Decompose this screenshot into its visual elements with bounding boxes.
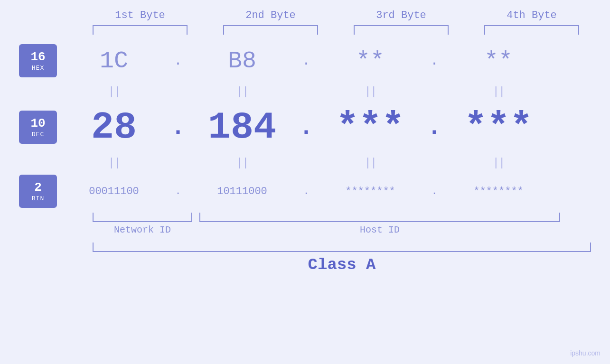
equals-row-1: || || || ||	[62, 82, 610, 101]
hex-base-label: HEX	[32, 65, 44, 72]
top-bracket-4	[484, 25, 579, 35]
eq2-b4: ||	[446, 157, 551, 169]
dec-base-label: DEC	[32, 131, 44, 138]
bin-b4: ********	[446, 186, 551, 197]
bin-badge-wrapper: 2 BIN	[19, 172, 62, 210]
rows-area: 1C . B8 . ** . **	[62, 39, 610, 210]
bottom-section: Network ID Host ID Class A	[0, 213, 610, 274]
bin-base-label: BIN	[32, 195, 44, 202]
dec-b1: 28	[62, 106, 166, 149]
top-bracket-3	[354, 25, 449, 35]
hex-badge: 16 HEX	[19, 44, 57, 77]
dec-dot-1: .	[166, 114, 190, 141]
top-bracket-2	[223, 25, 318, 35]
byte-headers: 1st Byte 2nd Byte 3rd Byte 4th Byte	[75, 9, 597, 21]
hex-row: 1C . B8 . ** . **	[62, 39, 610, 82]
bin-b2: 10111000	[190, 186, 294, 197]
bin-badge: 2 BIN	[19, 175, 57, 208]
hex-base-number: 16	[30, 50, 45, 65]
content-area: 16 HEX 10 DEC 2 BIN	[0, 39, 610, 210]
dec-dot-3: .	[422, 114, 446, 141]
hex-b4: **	[446, 47, 551, 75]
eq1-b3: ||	[318, 85, 422, 98]
full-bracket-row	[93, 243, 591, 252]
network-id-bracket	[93, 213, 192, 222]
dec-b4: ***	[446, 106, 551, 149]
eq1-b1: ||	[62, 85, 166, 98]
dec-base-number: 10	[30, 116, 45, 131]
class-label: Class A	[308, 256, 376, 274]
hex-dot-3: .	[422, 53, 446, 69]
bottom-labels-row: Network ID Host ID	[93, 224, 591, 235]
bottom-brackets-row	[93, 213, 591, 222]
eq2-b2: ||	[190, 157, 294, 169]
byte-header-4: 4th Byte	[479, 9, 584, 21]
dec-badge: 10 DEC	[19, 111, 57, 144]
bin-dot-2: .	[294, 186, 318, 197]
eq-spacer-1	[19, 82, 62, 101]
eq1-b4: ||	[446, 85, 551, 98]
byte-header-2: 2nd Byte	[218, 9, 323, 21]
watermark: ipshu.com	[570, 349, 601, 357]
bin-b3: ********	[318, 186, 422, 197]
dec-b2: 184	[190, 106, 294, 149]
class-label-row: Class A	[93, 256, 591, 274]
bin-base-number: 2	[34, 180, 42, 195]
class-bracket	[93, 243, 591, 252]
host-id-bracket	[199, 213, 560, 222]
eq1-b2: ||	[190, 85, 294, 98]
hex-b3: **	[318, 47, 422, 75]
byte-header-3: 3rd Byte	[349, 9, 453, 21]
dec-b3: ***	[318, 106, 422, 149]
eq2-b1: ||	[62, 157, 166, 169]
host-id-label: Host ID	[199, 224, 560, 235]
main-container: 1st Byte 2nd Byte 3rd Byte 4th Byte 16 H…	[0, 0, 610, 364]
equals-row-2: || || || ||	[62, 153, 610, 172]
dec-dot-2: .	[294, 114, 318, 141]
byte-header-1: 1st Byte	[88, 9, 192, 21]
hex-dot-1: .	[166, 53, 190, 69]
hex-b2: B8	[190, 47, 294, 75]
hex-dot-2: .	[294, 53, 318, 69]
eq-spacer-2	[19, 153, 62, 172]
top-bracket-1	[93, 25, 188, 35]
network-id-label: Network ID	[93, 224, 192, 235]
hex-b1: 1C	[62, 47, 166, 75]
bin-b1: 00011100	[62, 186, 166, 197]
eq2-b3: ||	[318, 157, 422, 169]
dec-row: 28 . 184 . *** . ***	[62, 101, 610, 153]
dec-badge-wrapper: 10 DEC	[19, 101, 62, 153]
bin-dot-3: .	[422, 186, 446, 197]
bin-row: 00011100 . 10111000 . ******** .	[62, 172, 610, 210]
hex-badge-wrapper: 16 HEX	[19, 39, 62, 82]
labels-column: 16 HEX 10 DEC 2 BIN	[0, 39, 62, 210]
bin-dot-1: .	[166, 186, 190, 197]
top-bracket-row	[75, 25, 597, 35]
